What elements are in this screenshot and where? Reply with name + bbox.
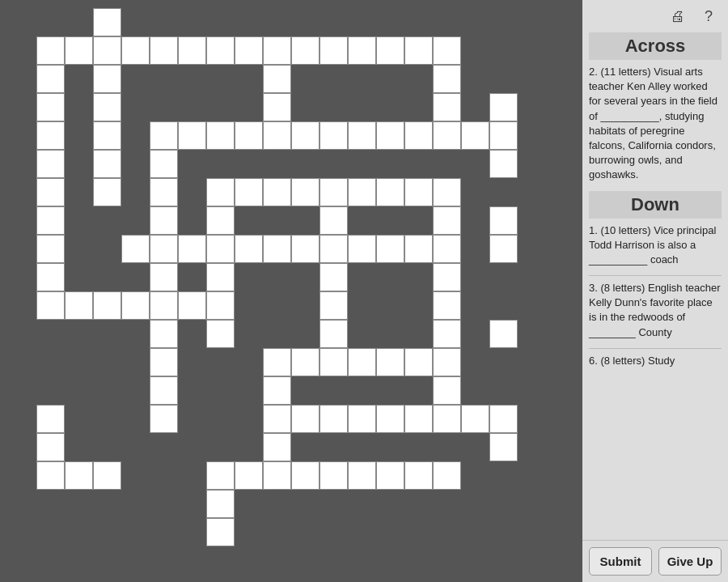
- white-cell[interactable]: [263, 93, 291, 121]
- white-cell[interactable]: [404, 405, 433, 433]
- white-cell[interactable]: [263, 36, 291, 65]
- white-cell[interactable]: [291, 36, 320, 65]
- white-cell[interactable]: [36, 433, 65, 461]
- white-cell[interactable]: [263, 348, 291, 376]
- white-cell[interactable]: [376, 121, 404, 150]
- white-cell[interactable]: [36, 178, 65, 206]
- white-cell[interactable]: [206, 36, 235, 65]
- white-cell[interactable]: [291, 348, 320, 376]
- white-cell[interactable]: [433, 291, 461, 320]
- white-cell[interactable]: [206, 263, 235, 291]
- white-cell[interactable]: [93, 36, 121, 65]
- white-cell[interactable]: [36, 65, 65, 93]
- white-cell[interactable]: [433, 36, 461, 65]
- white-cell[interactable]: [263, 121, 291, 150]
- white-cell[interactable]: [348, 235, 376, 263]
- white-cell[interactable]: [36, 121, 65, 150]
- white-cell[interactable]: [433, 65, 461, 93]
- white-cell[interactable]: [489, 433, 518, 461]
- white-cell[interactable]: [376, 461, 404, 490]
- white-cell[interactable]: [433, 178, 461, 206]
- white-cell[interactable]: [206, 490, 235, 518]
- white-cell[interactable]: [376, 405, 404, 433]
- white-cell[interactable]: [489, 121, 518, 150]
- white-cell[interactable]: [461, 405, 489, 433]
- white-cell[interactable]: [433, 206, 461, 235]
- white-cell[interactable]: [263, 461, 291, 490]
- white-cell[interactable]: [320, 121, 348, 150]
- white-cell[interactable]: [36, 93, 65, 121]
- white-cell[interactable]: [235, 121, 263, 150]
- white-cell[interactable]: [121, 291, 150, 320]
- white-cell[interactable]: [291, 178, 320, 206]
- white-cell[interactable]: [489, 235, 518, 263]
- white-cell[interactable]: [150, 235, 178, 263]
- white-cell[interactable]: [150, 178, 178, 206]
- white-cell[interactable]: [121, 235, 150, 263]
- white-cell[interactable]: [206, 518, 235, 546]
- white-cell[interactable]: [36, 291, 65, 320]
- white-cell[interactable]: [320, 461, 348, 490]
- white-cell[interactable]: [93, 121, 121, 150]
- white-cell[interactable]: [376, 36, 404, 65]
- white-cell[interactable]: [263, 235, 291, 263]
- white-cell[interactable]: [433, 93, 461, 121]
- white-cell[interactable]: [489, 206, 518, 235]
- white-cell[interactable]: [206, 206, 235, 235]
- white-cell[interactable]: [206, 291, 235, 320]
- white-cell[interactable]: [291, 121, 320, 150]
- white-cell[interactable]: [404, 235, 433, 263]
- white-cell[interactable]: [93, 93, 121, 121]
- white-cell[interactable]: [150, 263, 178, 291]
- white-cell[interactable]: [93, 461, 121, 490]
- white-cell[interactable]: [93, 291, 121, 320]
- print-icon[interactable]: 🖨: [667, 5, 689, 28]
- white-cell[interactable]: [263, 433, 291, 461]
- white-cell[interactable]: [489, 93, 518, 121]
- white-cell[interactable]: [150, 291, 178, 320]
- white-cell[interactable]: [320, 178, 348, 206]
- white-cell[interactable]: [36, 235, 65, 263]
- white-cell[interactable]: [320, 235, 348, 263]
- white-cell[interactable]: [178, 36, 206, 65]
- white-cell[interactable]: [263, 178, 291, 206]
- white-cell[interactable]: [36, 461, 65, 490]
- white-cell[interactable]: [404, 178, 433, 206]
- white-cell[interactable]: [489, 150, 518, 178]
- giveup-button[interactable]: Give Up: [658, 547, 722, 576]
- white-cell[interactable]: [376, 348, 404, 376]
- white-cell[interactable]: [93, 8, 121, 36]
- white-cell[interactable]: [263, 405, 291, 433]
- white-cell[interactable]: [235, 36, 263, 65]
- white-cell[interactable]: [433, 376, 461, 405]
- white-cell[interactable]: [235, 178, 263, 206]
- white-cell[interactable]: [263, 376, 291, 405]
- white-cell[interactable]: [150, 121, 178, 150]
- white-cell[interactable]: [404, 121, 433, 150]
- white-cell[interactable]: [348, 178, 376, 206]
- white-cell[interactable]: [320, 263, 348, 291]
- white-cell[interactable]: [291, 461, 320, 490]
- white-cell[interactable]: [348, 461, 376, 490]
- white-cell[interactable]: [433, 405, 461, 433]
- submit-button[interactable]: Submit: [589, 547, 652, 576]
- white-cell[interactable]: [433, 121, 461, 150]
- white-cell[interactable]: [320, 348, 348, 376]
- white-cell[interactable]: [93, 150, 121, 178]
- white-cell[interactable]: [206, 235, 235, 263]
- white-cell[interactable]: [150, 150, 178, 178]
- white-cell[interactable]: [178, 235, 206, 263]
- white-cell[interactable]: [65, 461, 93, 490]
- white-cell[interactable]: [36, 405, 65, 433]
- white-cell[interactable]: [348, 121, 376, 150]
- white-cell[interactable]: [178, 121, 206, 150]
- white-cell[interactable]: [178, 291, 206, 320]
- white-cell[interactable]: [320, 320, 348, 348]
- white-cell[interactable]: [206, 461, 235, 490]
- white-cell[interactable]: [376, 235, 404, 263]
- white-cell[interactable]: [461, 121, 489, 150]
- white-cell[interactable]: [93, 65, 121, 93]
- white-cell[interactable]: [206, 121, 235, 150]
- white-cell[interactable]: [150, 320, 178, 348]
- white-cell[interactable]: [404, 461, 433, 490]
